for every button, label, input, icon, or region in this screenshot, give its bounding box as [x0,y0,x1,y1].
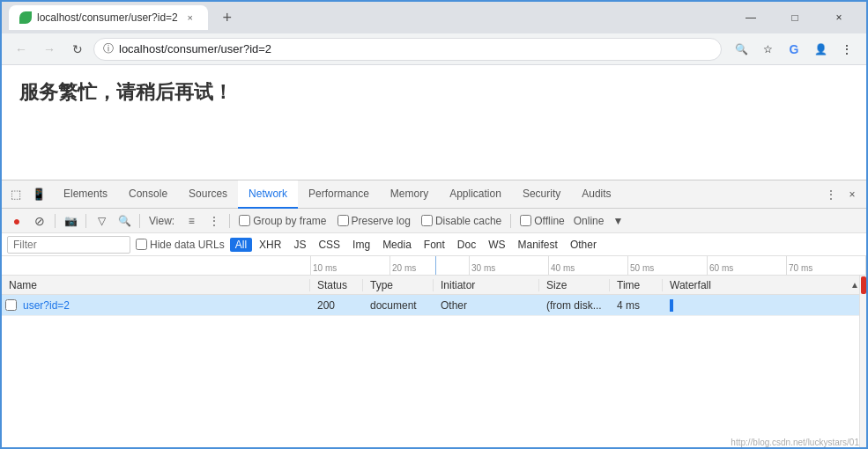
ruler-mark: 50 ms [627,256,707,275]
devtools-tab-console[interactable]: Console [118,180,178,209]
ruler-mark: 30 ms [469,256,548,275]
toolbar-separator-2 [85,214,86,228]
scrollbar-thumb[interactable] [861,276,866,294]
camera-button[interactable]: 📷 [61,211,80,231]
preserve-log-checkbox[interactable]: Preserve log [338,215,411,227]
waterfall-bar [670,299,673,312]
page-content: 服务繁忙，请稍后再试！ [2,65,866,180]
refresh-button[interactable]: ↻ [65,37,90,62]
row-initiator: Other [434,299,539,312]
minimize-button[interactable]: — [731,5,771,30]
search-button[interactable]: 🔍 [729,37,753,62]
devtools-tab-network[interactable]: Network [238,180,298,209]
group-by-frame-checkbox[interactable]: Group by frame [239,215,326,227]
view-label: View: [149,215,174,227]
filter-input[interactable] [7,236,130,254]
filter-type-xhr[interactable]: XHR [254,238,286,252]
devtools-icons: ⬚ 📱 [5,184,49,205]
table-row[interactable]: user?id=2 200 document Other (from disk.… [2,295,866,316]
ruler-mark: 60 ms [707,256,786,275]
devtools-close-button[interactable]: × [842,184,863,205]
devtools-panel: ⬚ 📱 ElementsConsoleSourcesNetworkPerform… [2,180,866,449]
group-by-frame-label: Group by frame [253,215,326,227]
stop-button[interactable]: ⊘ [30,211,49,231]
title-bar: localhost/consumer/user?id=2 × + — □ × [2,2,866,33]
filter-type-doc[interactable]: Doc [452,238,481,252]
filter-type-ws[interactable]: WS [483,238,510,252]
col-header-size[interactable]: Size [539,279,610,291]
devtools-tab-sources[interactable]: Sources [178,180,238,209]
offline-label: Offline [534,215,564,227]
tab-close-button[interactable]: × [183,11,197,25]
filter-type-manifest[interactable]: Manifest [513,238,563,252]
row-status: 200 [310,299,363,312]
preserve-log-label: Preserve log [352,215,411,227]
devtools-tab-audits[interactable]: Audits [571,180,621,209]
devtools-tabs-list: ElementsConsoleSourcesNetworkPerformance… [53,180,820,209]
maximize-button[interactable]: □ [775,5,815,30]
close-button[interactable]: × [819,5,859,30]
col-header-waterfall[interactable]: Waterfall ▲ [663,279,866,291]
scrollbar-track[interactable] [859,276,866,449]
devtools-tab-performance[interactable]: Performance [298,180,380,209]
col-header-name[interactable]: Name [2,279,310,291]
devtools-tab-memory[interactable]: Memory [380,180,439,209]
online-label: Online [574,215,605,227]
col-header-status[interactable]: Status [310,279,363,291]
col-header-type[interactable]: Type [363,279,434,291]
filter-button[interactable]: ▽ [92,211,111,231]
ruler-marks: 10 ms20 ms30 ms40 ms50 ms60 ms70 ms80 ms… [2,256,866,275]
offline-checkbox[interactable]: Offline [520,215,564,227]
timeline-ruler: 10 ms20 ms30 ms40 ms50 ms60 ms70 ms80 ms… [2,256,866,276]
inspect-element-icon[interactable]: ⬚ [5,184,26,205]
devtools-filter-bar: Hide data URLs AllXHRJSCSSImgMediaFontDo… [2,233,866,256]
row-type: document [363,299,434,312]
devtools-tab-elements[interactable]: Elements [53,180,118,209]
disable-cache-checkbox[interactable]: Disable cache [421,215,501,227]
hide-data-urls-checkbox[interactable]: Hide data URLs [136,239,225,251]
list-view-button[interactable]: ≡ [182,211,201,231]
menu-button[interactable]: ⋮ [835,37,859,62]
sort-arrow: ▲ [850,280,859,290]
throttle-dropdown[interactable]: ▼ [612,215,623,227]
google-apps-button[interactable]: G [782,37,806,62]
toolbar-separator-3 [139,214,140,228]
devtools-tabbar: ⬚ 📱 ElementsConsoleSourcesNetworkPerform… [2,180,866,209]
browser-icons: 🔍 ☆ G 👤 ⋮ [729,37,859,62]
search-button[interactable]: 🔍 [115,211,134,231]
filter-type-all[interactable]: All [230,238,252,252]
devtools-tab-security[interactable]: Security [512,180,571,209]
devtools-toolbar: ● ⊘ 📷 ▽ 🔍 View: ≡ ⋮ Group by frame Prese… [2,209,866,233]
profile-button[interactable]: 👤 [808,37,833,62]
row-size: (from disk... [539,299,610,312]
url-text: localhost/consumer/user?id=2 [119,42,712,55]
timeline-marker [435,256,436,275]
row-checkbox[interactable] [2,299,19,311]
tree-view-button[interactable]: ⋮ [204,211,224,231]
device-toolbar-icon[interactable]: 📱 [28,184,49,205]
url-bar[interactable]: ⓘ localhost/consumer/user?id=2 [93,38,722,61]
browser-tab[interactable]: localhost/consumer/user?id=2 × [9,5,208,30]
bookmark-button[interactable]: ☆ [755,37,780,62]
record-button[interactable]: ● [7,211,26,231]
col-header-initiator[interactable]: Initiator [434,279,539,291]
disable-cache-label: Disable cache [435,215,501,227]
filter-type-font[interactable]: Font [419,238,450,252]
watermark-text: http://blog.csdn.net/luckystars/01 [731,438,859,447]
devtools-more-button[interactable]: ⋮ [820,184,842,205]
ruler-mark: 10 ms [310,256,389,275]
col-header-time[interactable]: Time [610,279,663,291]
devtools-tab-application[interactable]: Application [439,180,512,209]
filter-type-js[interactable]: JS [288,238,311,252]
new-tab-button[interactable]: + [215,5,240,30]
row-time: 4 ms [610,299,663,312]
row-name: user?id=2 [19,299,310,312]
forward-button[interactable]: → [37,37,62,62]
filter-type-other[interactable]: Other [565,238,602,252]
hide-data-urls-label: Hide data URLs [150,239,225,251]
filter-type-css[interactable]: CSS [313,238,345,252]
back-button[interactable]: ← [9,37,33,62]
filter-type-media[interactable]: Media [377,238,417,252]
ruler-mark: 20 ms [389,256,469,275]
filter-type-img[interactable]: Img [347,238,375,252]
